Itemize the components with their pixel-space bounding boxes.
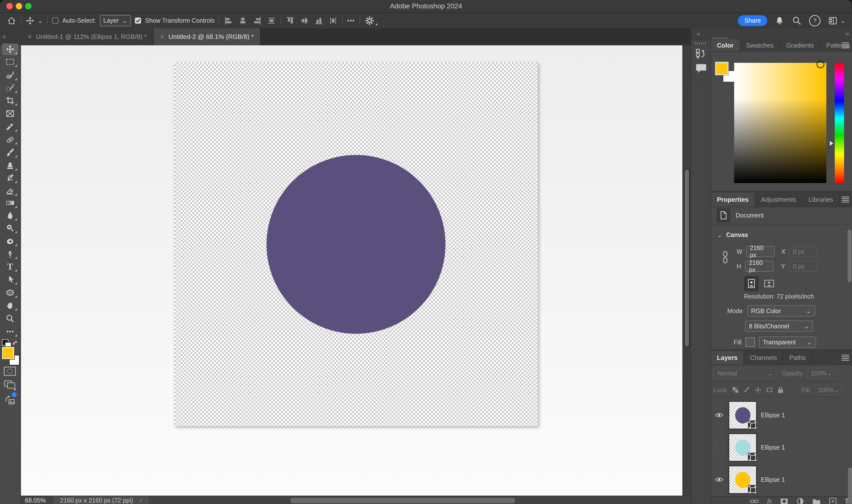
layer-row[interactable]: Ellipse 1 [711, 431, 852, 464]
canvas-transparency-checkerboard[interactable] [175, 62, 538, 426]
layer-row[interactable]: Ellipse 1 [711, 464, 852, 497]
portrait-orientation-button[interactable] [745, 276, 758, 291]
close-tab-icon[interactable]: ✕ [28, 34, 32, 40]
layer-style-fx-icon[interactable]: fx [767, 498, 772, 504]
tab-swatches[interactable]: Swatches [740, 39, 780, 51]
path-selection-tool[interactable] [2, 274, 18, 285]
canvas-fill-select[interactable]: Transparent ⌄ [759, 337, 816, 348]
layer-row[interactable]: Ellipse 1 [711, 399, 852, 432]
align-vertical-centers-icon[interactable] [300, 16, 309, 25]
layer-name[interactable]: Ellipse 1 [761, 399, 785, 431]
spot-healing-brush-tool[interactable] [2, 134, 18, 145]
tab-paths[interactable]: Paths [783, 351, 812, 364]
color-field-marker[interactable] [817, 60, 824, 68]
clone-stamp-tool[interactable] [2, 160, 18, 171]
opacity-input[interactable]: 100% ⌄ [807, 368, 835, 379]
panel-grip[interactable] [713, 37, 729, 39]
notifications-bell-icon[interactable] [775, 16, 784, 25]
tab-adjustments[interactable]: Adjustments [755, 192, 803, 207]
add-layer-mask-icon[interactable] [780, 498, 788, 504]
share-button[interactable]: Share [738, 15, 767, 26]
vertical-scrollbar[interactable] [682, 45, 691, 496]
align-horizontal-centers-icon[interactable] [238, 16, 247, 25]
comments-panel-button[interactable] [695, 63, 707, 74]
hue-slider[interactable] [835, 63, 844, 183]
tab-layers[interactable]: Layers [711, 351, 744, 364]
generative-panel-button[interactable] [3, 393, 17, 408]
layer-visibility-toggle[interactable] [714, 475, 724, 484]
expand-panels-header[interactable]: « [691, 28, 711, 40]
type-tool[interactable]: T [2, 261, 18, 272]
lock-position-icon[interactable] [754, 386, 762, 394]
home-button[interactable] [7, 16, 16, 25]
history-brush-tool[interactable] [2, 173, 18, 184]
workspace-switcher[interactable]: ⌄ [828, 16, 846, 25]
tab-gradients[interactable]: Gradients [780, 39, 820, 51]
collapse-dock-header[interactable]: » [711, 28, 852, 39]
more-options-button[interactable]: ••• [347, 17, 355, 24]
edit-toolbar-button[interactable] [2, 326, 18, 337]
tool-options-gear-button[interactable]: ▾ [364, 16, 375, 26]
chevron-down-icon[interactable]: ⌄ [37, 17, 43, 24]
layer-name[interactable]: Ellipse 1 [761, 431, 785, 464]
align-bottom-edges-icon[interactable] [314, 16, 324, 25]
height-input[interactable]: 2160 px [745, 261, 773, 272]
tab-color[interactable]: Color [711, 39, 740, 51]
help-button[interactable]: ? [809, 15, 820, 26]
ellipse-shape-tool[interactable] [2, 287, 18, 298]
document-target-button[interactable] [717, 209, 730, 222]
lasso-selection-brush-tool[interactable] [2, 70, 18, 81]
pen-tool[interactable] [2, 248, 18, 259]
lock-transparency-icon[interactable] [732, 386, 739, 394]
tab-channels[interactable]: Channels [744, 351, 783, 364]
bit-depth-select[interactable]: 8 Bits/Channel ⌄ [745, 321, 813, 332]
auto-select-target-dropdown[interactable]: Layer ⌄ [100, 15, 131, 26]
expand-toolbar-icon[interactable]: » [2, 33, 6, 40]
swap-colors-icon[interactable] [12, 340, 19, 347]
status-chevron-icon[interactable]: › [140, 497, 142, 504]
document-info[interactable]: 2160 px x 2160 px (72 ppi) › [53, 496, 149, 504]
hand-tool[interactable] [2, 300, 18, 311]
layers-scrollbar-thumb[interactable] [848, 468, 852, 504]
crop-tool[interactable] [2, 95, 18, 106]
foreground-color-swatch[interactable] [715, 62, 728, 75]
burn-tool[interactable] [2, 235, 18, 247]
layer-name[interactable]: Ellipse 1 [761, 464, 785, 496]
tab-libraries[interactable]: Libraries [803, 192, 840, 207]
canvas-fill-swatch[interactable] [746, 338, 755, 347]
panel-grip[interactable] [695, 42, 707, 44]
close-tab-icon[interactable]: ✕ [160, 34, 164, 40]
foreground-color-swatch[interactable] [2, 347, 14, 359]
blend-mode-select[interactable]: Normal ⌄ [713, 368, 777, 379]
adjustment-layer-icon[interactable] [797, 498, 804, 504]
lock-all-icon[interactable] [777, 386, 784, 394]
brush-tool[interactable] [2, 147, 18, 158]
blur-tool[interactable] [2, 210, 18, 221]
dodge-tool[interactable] [2, 222, 18, 234]
panel-menu-icon[interactable] [842, 354, 849, 362]
zoom-tool[interactable] [2, 313, 18, 324]
layer-fill-input[interactable]: 100% ⌄ [814, 384, 842, 395]
align-right-edges-icon[interactable] [253, 16, 262, 25]
width-input[interactable]: 2160 px [746, 246, 775, 257]
color-field[interactable] [734, 63, 827, 183]
properties-scrollbar-thumb[interactable] [848, 229, 852, 282]
rectangular-marquee-tool[interactable] [2, 56, 18, 68]
lock-artboard-icon[interactable] [766, 386, 773, 394]
align-left-edges-icon[interactable] [224, 16, 233, 25]
x-input[interactable]: 0 px [789, 246, 817, 257]
layer-thumbnail[interactable] [729, 433, 757, 462]
new-group-icon[interactable] [812, 498, 821, 504]
document-tab-active[interactable]: ✕ Untitled-2 @ 68.1% (RGB/8) * [154, 28, 261, 45]
auto-select-checkbox[interactable] [52, 17, 58, 24]
document-viewport[interactable] [21, 45, 682, 496]
new-layer-icon[interactable] [829, 498, 836, 504]
tab-properties[interactable]: Properties [711, 192, 755, 207]
hue-slider-marker[interactable] [830, 141, 833, 146]
screen-mode-button[interactable] [3, 379, 16, 391]
layer-visibility-toggle[interactable] [714, 410, 724, 420]
gradient-tool[interactable] [2, 197, 18, 209]
link-layers-icon[interactable] [750, 498, 759, 504]
document-tab[interactable]: ✕ Untitled-1 @ 112% (Ellipse 1, RGB/8) * [21, 28, 154, 45]
lock-pixels-icon[interactable] [743, 386, 750, 394]
